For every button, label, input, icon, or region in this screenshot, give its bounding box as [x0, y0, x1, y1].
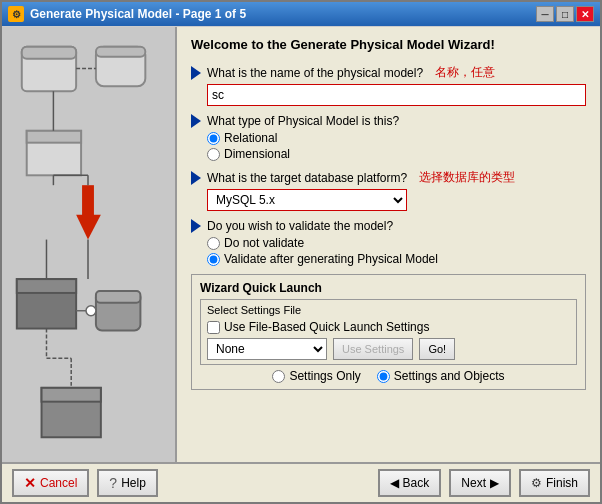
- window-title: Generate Physical Model - Page 1 of 5: [30, 7, 536, 21]
- validate-radio-group: Do not validate Validate after generatin…: [207, 236, 586, 266]
- settings-and-objects-radio[interactable]: [377, 370, 390, 383]
- use-filebased-checkbox-row: Use File-Based Quick Launch Settings: [207, 320, 570, 334]
- model-type-radio-group: Relational Dimensional: [207, 131, 586, 161]
- radio-dimensional-input[interactable]: [207, 148, 220, 161]
- model-type-header: What type of Physical Model is this?: [191, 114, 586, 128]
- model-name-header: What is the name of the physical model? …: [191, 64, 586, 81]
- model-name-label: What is the name of the physical model?: [207, 66, 423, 80]
- finish-icon: ⚙: [531, 476, 542, 490]
- settings-and-objects-label: Settings and Objects: [394, 369, 505, 383]
- radio-no-validate-label: Do not validate: [224, 236, 304, 250]
- radio-relational: Relational: [207, 131, 586, 145]
- cancel-x-icon: ✕: [24, 475, 36, 491]
- settings-file-select[interactable]: None: [207, 338, 327, 360]
- use-settings-button[interactable]: Use Settings: [333, 338, 413, 360]
- wizard-quick-launch-section: Wizard Quick Launch Select Settings File…: [191, 274, 586, 390]
- main-window: ⚙ Generate Physical Model - Page 1 of 5 …: [0, 0, 602, 504]
- back-button[interactable]: ◀ Back: [378, 469, 442, 497]
- wizard-quick-launch-title: Wizard Quick Launch: [200, 281, 577, 295]
- svg-rect-9: [82, 185, 94, 217]
- diagram-svg: [2, 27, 175, 462]
- settings-and-objects-radio-row: Settings and Objects: [377, 369, 505, 383]
- next-icon: ▶: [490, 476, 499, 490]
- radio-no-validate: Do not validate: [207, 236, 586, 250]
- model-type-section: What type of Physical Model is this? Rel…: [191, 114, 586, 161]
- cancel-button[interactable]: ✕ Cancel: [12, 469, 89, 497]
- radio-validate-after: Validate after generating Physical Model: [207, 252, 586, 266]
- settings-file-title: Select Settings File: [207, 304, 570, 316]
- target-platform-header: What is the target database platform? 选择…: [191, 169, 586, 186]
- arrow-icon-4: [191, 219, 201, 233]
- target-platform-section: What is the target database platform? 选择…: [191, 169, 586, 211]
- file-select-row: None Use Settings Go!: [207, 338, 570, 360]
- validate-label: Do you wish to validate the model?: [207, 219, 393, 233]
- target-platform-label: What is the target database platform?: [207, 171, 407, 185]
- minimize-button[interactable]: ─: [536, 6, 554, 22]
- next-label: Next: [461, 476, 486, 490]
- model-type-label: What type of Physical Model is this?: [207, 114, 399, 128]
- back-label: Back: [403, 476, 430, 490]
- title-bar: ⚙ Generate Physical Model - Page 1 of 5 …: [2, 2, 600, 26]
- launch-options-row: Settings Only Settings and Objects: [200, 369, 577, 383]
- back-icon: ◀: [390, 476, 399, 490]
- target-platform-select[interactable]: MySQL 5.x Oracle 11g SQL Server 2008: [207, 189, 407, 211]
- finish-label: Finish: [546, 476, 578, 490]
- close-button[interactable]: ✕: [576, 6, 594, 22]
- cancel-label: Cancel: [40, 476, 77, 490]
- radio-dimensional-label: Dimensional: [224, 147, 290, 161]
- svg-rect-22: [42, 388, 101, 402]
- target-platform-note: 选择数据库的类型: [419, 169, 515, 186]
- arrow-icon-3: [191, 171, 201, 185]
- model-name-input[interactable]: [207, 84, 586, 106]
- svg-marker-8: [76, 215, 101, 240]
- svg-rect-6: [27, 131, 81, 143]
- app-icon: ⚙: [8, 6, 24, 22]
- radio-no-validate-input[interactable]: [207, 237, 220, 250]
- bottom-bar: ✕ Cancel ? Help ◀ Back Next ▶ ⚙ Finish: [2, 462, 600, 502]
- radio-dimensional: Dimensional: [207, 147, 586, 161]
- validate-section: Do you wish to validate the model? Do no…: [191, 219, 586, 266]
- go-button[interactable]: Go!: [419, 338, 455, 360]
- svg-rect-1: [22, 47, 76, 59]
- settings-only-radio[interactable]: [272, 370, 285, 383]
- next-button[interactable]: Next ▶: [449, 469, 511, 497]
- finish-button[interactable]: ⚙ Finish: [519, 469, 590, 497]
- validate-header: Do you wish to validate the model?: [191, 219, 586, 233]
- settings-file-group: Select Settings File Use File-Based Quic…: [200, 299, 577, 365]
- settings-only-radio-row: Settings Only: [272, 369, 360, 383]
- use-filebased-checkbox[interactable]: [207, 321, 220, 334]
- title-controls: ─ □ ✕: [536, 6, 594, 22]
- help-button[interactable]: ? Help: [97, 469, 157, 497]
- radio-validate-after-label: Validate after generating Physical Model: [224, 252, 438, 266]
- target-platform-select-row: MySQL 5.x Oracle 11g SQL Server 2008: [207, 189, 586, 211]
- settings-only-label: Settings Only: [289, 369, 360, 383]
- help-label: Help: [121, 476, 146, 490]
- svg-rect-16: [96, 291, 140, 303]
- arrow-icon-1: [191, 66, 201, 80]
- help-q-icon: ?: [109, 475, 117, 491]
- radio-validate-after-input[interactable]: [207, 253, 220, 266]
- svg-rect-14: [17, 279, 76, 293]
- content-area: Welcome to the Generate Physical Model W…: [2, 26, 600, 462]
- model-name-section: What is the name of the physical model? …: [191, 64, 586, 106]
- arrow-icon-2: [191, 114, 201, 128]
- right-panel: Welcome to the Generate Physical Model W…: [177, 27, 600, 462]
- radio-relational-label: Relational: [224, 131, 277, 145]
- model-name-note: 名称，任意: [435, 64, 495, 81]
- maximize-button[interactable]: □: [556, 6, 574, 22]
- left-diagram-panel: [2, 27, 177, 462]
- svg-point-17: [86, 306, 96, 316]
- radio-relational-input[interactable]: [207, 132, 220, 145]
- welcome-title: Welcome to the Generate Physical Model W…: [191, 37, 586, 52]
- svg-rect-3: [96, 47, 145, 57]
- use-filebased-label: Use File-Based Quick Launch Settings: [224, 320, 429, 334]
